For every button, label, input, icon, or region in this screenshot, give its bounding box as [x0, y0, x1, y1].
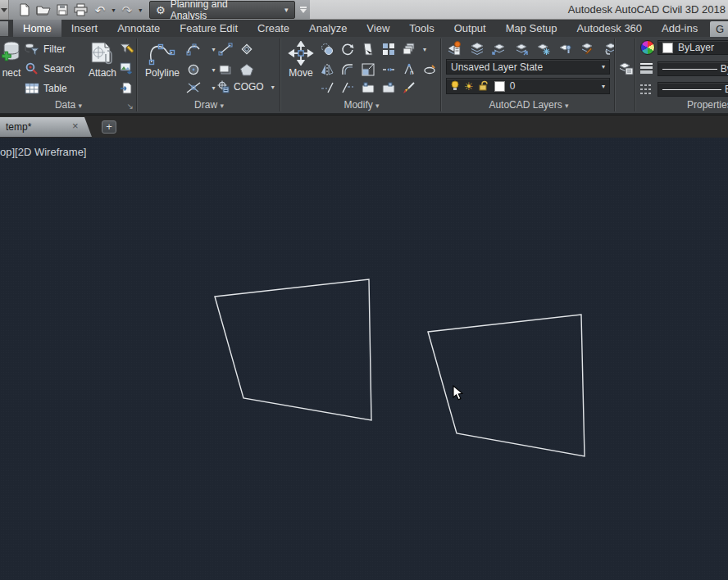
close-icon[interactable]: × [72, 120, 79, 131]
mirror-button[interactable] [316, 62, 337, 77]
rotate-button[interactable] [337, 42, 357, 57]
tab-map-setup[interactable]: Map Setup [496, 20, 567, 37]
erase-button[interactable] [419, 62, 439, 77]
layer-states-icon[interactable] [470, 41, 485, 56]
plot-button[interactable] [71, 2, 90, 18]
layer-lock-icon[interactable] [558, 41, 573, 56]
measure-button[interactable]: n [398, 62, 419, 77]
undo-button[interactable]: ↶ [91, 2, 110, 18]
array-button[interactable] [378, 42, 398, 57]
caret-down-icon: ▾ [602, 63, 605, 70]
open-file-button[interactable] [34, 2, 52, 18]
tab-analyze[interactable]: Analyze [299, 20, 357, 37]
layer-state-combo[interactable]: Unsaved Layer State ▾ [446, 59, 610, 75]
tab-autodesk-360[interactable]: Autodesk 360 [567, 20, 653, 37]
redo-button[interactable]: ↷ [117, 2, 136, 18]
circle-button[interactable] [183, 62, 203, 77]
fillet-button[interactable] [337, 62, 357, 77]
parcel-left[interactable] [215, 279, 371, 420]
tab-feature-edit[interactable]: Feature Edit [170, 20, 248, 37]
tab-annotate[interactable]: Annotate [107, 20, 170, 37]
viewport-controls[interactable]: op][2D Wireframe] [0, 146, 86, 158]
new-drawing-tab-button[interactable]: + [102, 120, 116, 134]
insert-image-button[interactable] [116, 61, 137, 76]
search-button[interactable]: Search [25, 62, 75, 75]
customize-qat-button[interactable] [298, 2, 310, 18]
copy-nested-dropdown[interactable]: ▾ [419, 42, 430, 57]
tab-add-ins[interactable]: Add-ins [652, 20, 708, 37]
table-button[interactable]: Table [25, 82, 67, 95]
edit-hatch-button[interactable] [378, 80, 398, 95]
panel-layer-tools [617, 37, 635, 113]
save-button[interactable] [52, 2, 71, 18]
insert-drawing-button[interactable] [116, 81, 137, 96]
layer-isolate-icon[interactable] [492, 41, 507, 56]
parcel-right[interactable] [428, 315, 585, 456]
drawing-viewport[interactable]: op][2D Wireframe] [0, 138, 728, 580]
layer-unisolate-icon[interactable] [514, 41, 529, 56]
linetype-combo[interactable]: ByB [657, 82, 728, 97]
polyline-button[interactable]: Polyline [143, 41, 182, 79]
workspace-switcher[interactable]: ⚙ Planning and Analysis ▾ [149, 1, 295, 19]
construction-line-button[interactable] [183, 80, 203, 95]
panel-caption-properties[interactable]: Properties [636, 99, 728, 111]
line-button[interactable] [215, 42, 235, 57]
arc-button[interactable] [183, 42, 203, 57]
color-wheel-button[interactable] [640, 40, 655, 55]
mirror-icon [321, 63, 334, 76]
attach-button[interactable]: Attach [85, 41, 120, 79]
layer-match-icon[interactable] [580, 41, 595, 56]
break-button[interactable] [378, 62, 398, 77]
new-file-button[interactable] [15, 2, 34, 18]
layer-combo[interactable]: ☀ 0 ▾ [446, 78, 610, 94]
mouse-cursor [453, 385, 463, 401]
tab-insert[interactable]: Insert [61, 20, 108, 37]
tab-home[interactable]: Home [13, 20, 61, 37]
redo-dropdown[interactable]: ▾ [136, 2, 144, 18]
panel-caption-modify[interactable]: Modify ▾ [282, 99, 441, 111]
layer-properties-icon[interactable] [447, 41, 462, 56]
cogo-dropdown[interactable]: ▾ [271, 84, 275, 91]
trim-button[interactable] [316, 80, 337, 95]
copy-nested-button[interactable] [398, 42, 419, 57]
edit-polyline-button[interactable] [357, 80, 378, 95]
tab-partial-right[interactable]: G [710, 21, 728, 37]
file-tab-temp[interactable]: temp* × [0, 117, 92, 137]
application-menu-edge[interactable] [0, 0, 9, 20]
panel-caption-autocad-layers[interactable]: AutoCAD Layers ▾ [443, 99, 615, 111]
panel-caption-data[interactable]: Data ▾ [0, 99, 137, 111]
undo-dropdown[interactable]: ▾ [110, 2, 118, 18]
xline-icon [186, 81, 201, 94]
filter-edit-button[interactable] [116, 42, 137, 57]
filter-button[interactable]: Filter [25, 43, 66, 56]
extend-icon [341, 81, 354, 94]
layer-previous-icon[interactable] [603, 41, 617, 56]
tab-output[interactable]: Output [444, 20, 496, 37]
extend-button[interactable] [337, 80, 357, 95]
layer-freeze-icon[interactable] [536, 41, 551, 56]
point-button[interactable] [236, 42, 257, 57]
match-properties-brush-icon [403, 81, 416, 94]
caret-down-icon: ▾ [139, 7, 142, 14]
svg-text:n: n [410, 69, 413, 76]
tab-tools[interactable]: Tools [399, 20, 444, 37]
object-color-combo[interactable]: ByLayer [657, 40, 728, 55]
ribbon: nect Filter Search Table [0, 37, 728, 115]
scale-button[interactable] [357, 62, 378, 77]
tab-view[interactable]: View [357, 20, 399, 37]
copy-button[interactable] [316, 42, 337, 57]
polygon-icon [239, 63, 254, 76]
rectangle-button[interactable] [215, 62, 235, 77]
cogo-button[interactable]: COGO ▾ [216, 80, 275, 93]
caret-down-icon [1, 8, 7, 12]
tab-create[interactable]: Create [248, 20, 299, 37]
polygon-button[interactable] [236, 62, 257, 77]
layer-list-button[interactable] [618, 60, 634, 75]
lineweight-combo[interactable]: ByLa [657, 61, 728, 76]
copy-icon [321, 43, 334, 56]
match-properties-button[interactable] [398, 80, 419, 95]
panel-launcher-icon[interactable]: ↘ [127, 102, 134, 111]
explode-button[interactable] [357, 42, 378, 57]
move-button[interactable]: Move [284, 41, 317, 79]
panel-caption-draw[interactable]: Draw ▾ [138, 99, 280, 111]
